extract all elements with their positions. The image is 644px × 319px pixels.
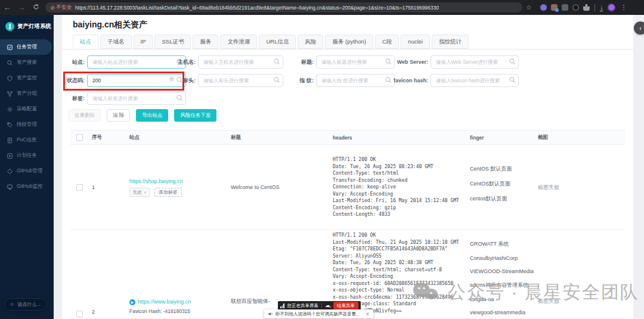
screenshot-cell: 截图失败: [533, 230, 625, 318]
search-icon[interactable]: [176, 94, 183, 101]
sidebar-item-icon: [7, 44, 13, 51]
finger-item: CentOS 默认页面: [470, 165, 533, 173]
sidebar-item[interactable]: GitHub管理: [0, 163, 54, 179]
tab-label: IP: [141, 38, 146, 45]
tab[interactable]: 站点: [73, 35, 98, 49]
action-button[interactable]: 批量删除: [69, 109, 101, 122]
search-icon[interactable]: [273, 76, 280, 83]
sidebar-item-icon: [7, 168, 13, 175]
sidebar-item[interactable]: 指纹管理: [0, 117, 54, 132]
extensions-puzzle-icon[interactable]: [583, 4, 590, 11]
extension-icon[interactable]: [562, 4, 568, 11]
url-bar[interactable]: ⊘ 不安全 https://113.45.17.228:5003/taskLis…: [45, 2, 522, 13]
header-line: Transfer-Encoding: chunked: [333, 177, 467, 184]
asset-tag[interactable]: 无效×: [129, 188, 150, 197]
tab-bar: 站点 子域名 IP SSL证书 服务 文件泄露: [73, 35, 469, 49]
select-all-checkbox[interactable]: [76, 134, 83, 141]
site-link-row: ▶https://www.baiying.cn: [129, 299, 227, 305]
back-icon[interactable]: ←: [0, 3, 14, 12]
collapse-widget-button[interactable]: ‹: [634, 21, 644, 35]
sidebar-item-icon: [7, 153, 13, 159]
tab[interactable]: 服务: [193, 35, 218, 49]
sidebar-item[interactable]: 策略配置: [0, 101, 54, 117]
hostname-search-input[interactable]: [198, 55, 283, 69]
tag-row: 无效×添加标签: [129, 188, 227, 197]
add-tag-button[interactable]: 添加标签: [154, 188, 182, 197]
tab[interactable]: 子域名: [100, 35, 132, 49]
app-logo: 资产灯塔系统: [0, 15, 54, 37]
stop-sharing-button[interactable]: 结束共享: [333, 302, 358, 309]
url-text: https://113.45.17.228:5003/taskList/task…: [75, 5, 518, 11]
row-seq-value: 1: [92, 184, 122, 190]
site-link[interactable]: https://shop.baiying.cn: [129, 178, 183, 184]
site-search-input[interactable]: [87, 55, 186, 69]
sidebar-item[interactable]: 计划任务: [0, 148, 54, 163]
extension-icon[interactable]: [551, 4, 558, 11]
action-button[interactable]: 导出站点: [136, 109, 168, 122]
row-checkbox[interactable]: [76, 184, 83, 191]
menu-kebab-icon[interactable]: ⋮: [620, 4, 627, 11]
search-icon[interactable]: [509, 76, 516, 83]
action-button[interactable]: 清 除: [107, 109, 130, 122]
browser-toolbar: ← → ⊘ 不安全 https://113.45.17.228:5003/tas…: [0, 0, 644, 15]
filter-tag: 标签:: [66, 92, 186, 105]
sidebar-item[interactable]: 资产监控: [0, 70, 54, 86]
column-header-seq: 序号: [88, 134, 122, 141]
sidebar-item[interactable]: 任务管理: [0, 39, 52, 55]
filter-label: 主机名:: [173, 58, 196, 66]
filter-favicon-hash: favicon hash:: [391, 74, 519, 87]
feedback-bubble[interactable]: ☺ 说点什么...: [4, 298, 47, 311]
forward-icon[interactable]: →: [14, 3, 29, 12]
sidebar-item[interactable]: GitHub监控: [0, 179, 54, 194]
close-icon[interactable]: ✕: [366, 311, 370, 317]
download-icon[interactable]: ↓: [600, 4, 603, 11]
tab-label: 服务 (python): [332, 38, 366, 45]
extension-icon[interactable]: [572, 4, 579, 11]
header-line: Vary: Accept-Encoding: [333, 191, 467, 198]
finger-item: GROWATT 系统: [470, 240, 533, 248]
screenshot-status: 截图失败: [538, 184, 625, 191]
finger-cell: CentOS 默认页面CentOS默认页面centos默认页面: [467, 145, 533, 230]
tab[interactable]: URL信息: [259, 35, 296, 49]
content-card: baiying.cn相关资产 站点 子域名 IP SSL证书: [62, 15, 633, 319]
sidebar-nav: 任务管理 资产搜索 资产监控 资产分组 策略配置: [0, 39, 54, 194]
sidebar-item[interactable]: 资产分组: [0, 86, 54, 101]
action-button[interactable]: 风险任务下发: [174, 109, 216, 122]
filter-site: 站点:: [66, 55, 186, 69]
tab[interactable]: 风险: [298, 35, 323, 49]
finger-search-input[interactable]: [316, 74, 395, 87]
row-checkbox[interactable]: [76, 311, 83, 317]
tab[interactable]: 指纹统计: [432, 35, 469, 49]
tab[interactable]: 服务 (python): [325, 35, 373, 49]
tab[interactable]: SSL证书: [154, 35, 191, 49]
bookmark-star-icon[interactable]: ☆: [526, 4, 532, 11]
tab[interactable]: C段: [375, 35, 399, 49]
header-line: Etag: "F107C78EDCC7FB5A14643A0D8A2BDF7A": [333, 246, 467, 253]
search-icon[interactable]: [273, 58, 280, 65]
title-search-input[interactable]: [316, 55, 395, 69]
profile-avatar[interactable]: [608, 4, 615, 11]
extension-icon[interactable]: [540, 4, 547, 11]
tag-remove-icon[interactable]: ×: [144, 190, 147, 195]
reload-icon[interactable]: [29, 3, 43, 12]
not-secure-badge[interactable]: ⊘ 不安全: [50, 4, 72, 11]
sidebar-item[interactable]: 资产搜索: [0, 55, 54, 70]
tab[interactable]: IP: [134, 35, 153, 49]
header-search-input[interactable]: [198, 74, 283, 87]
search-icon[interactable]: [509, 58, 516, 65]
table-body: 1https://shop.baiying.cn无效×添加标签Welcome t…: [70, 145, 625, 319]
sidebar-item-label: GitHub监控: [17, 183, 42, 190]
lighthouse-logo-icon: [5, 22, 14, 31]
sidebar-item[interactable]: PoC信息: [0, 132, 54, 148]
tab[interactable]: nuclei: [401, 35, 430, 49]
header-line: Content-Encoding: gzip: [333, 205, 467, 212]
site-title-text: Welcome to CentOS: [231, 184, 329, 190]
tab[interactable]: 文件泄露: [220, 35, 257, 49]
tag-search-input[interactable]: [87, 92, 186, 105]
site-link[interactable]: https://www.baiying.cn: [138, 299, 191, 305]
action-button-label: 清 除: [113, 112, 124, 118]
favicon-hash-search-input[interactable]: [431, 74, 519, 87]
screenshot-status: 截图失败: [538, 298, 625, 305]
web-server-search-input[interactable]: [431, 55, 519, 69]
sidebar-item-icon: [7, 75, 13, 82]
